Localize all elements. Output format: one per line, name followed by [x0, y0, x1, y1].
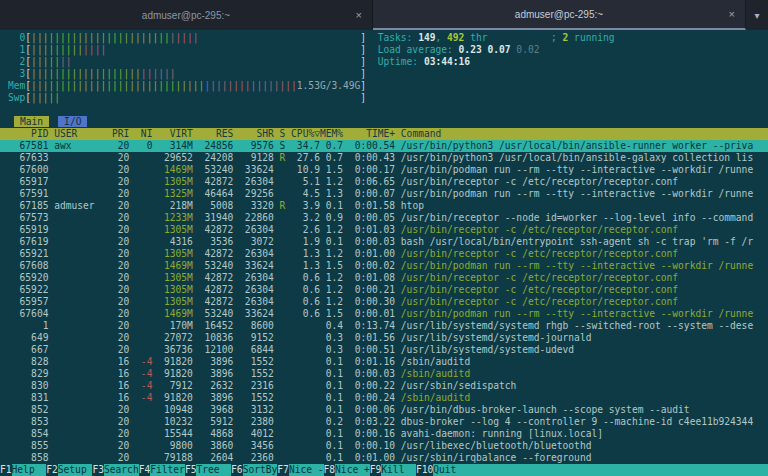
fkey-label-help[interactable]: Help — [12, 464, 47, 476]
cell-mem: 1.3 — [320, 188, 349, 199]
cell-cmd: avahi-daemon: running [linux.local] — [401, 428, 603, 439]
fkey-f7[interactable]: F7 — [277, 464, 289, 476]
cell-mem: 0.1 — [320, 440, 349, 451]
terminal-tab-1[interactable]: admuser@pc-295:~ × — [0, 0, 373, 30]
tab-main[interactable]: Main — [14, 116, 49, 127]
terminal-tab-2[interactable]: admuser@pc-295:~ × — [373, 0, 746, 30]
cell-pri: 20 — [112, 440, 135, 451]
process-row[interactable]: 852 20 10948 3968 3132 0.1 0:00.06 /usr/… — [0, 404, 768, 416]
fkey-f8[interactable]: F8 — [324, 464, 336, 476]
process-row[interactable]: 67591 20 1325M 46464 29256 4.5 1.3 0:00.… — [0, 188, 768, 200]
cell-virt: 15544 — [158, 428, 198, 439]
process-row[interactable]: 855 20 9800 3860 3456 0.1 0:00.10 /usr/l… — [0, 440, 768, 452]
process-row[interactable]: 65957 20 1305M 42872 26304 0.6 1.2 0:00.… — [0, 296, 768, 308]
process-row[interactable]: 828 16 -4 91820 3896 1552 0.1 0:01.16 /s… — [0, 356, 768, 368]
stats-text: Load average: — [378, 44, 459, 55]
fkey-f3[interactable]: F3 — [92, 464, 104, 476]
process-row[interactable]: 65920 20 1305M 42872 26304 0.6 1.2 0:01.… — [0, 272, 768, 284]
cell-res: 42872 — [199, 248, 239, 259]
process-row[interactable]: 831 16 -4 91820 3896 1552 0.1 0:00.24 /s… — [0, 392, 768, 404]
meter-label: 0 — [8, 32, 25, 43]
cell-s — [280, 380, 292, 391]
cell-user — [54, 284, 112, 295]
process-row[interactable]: 853 20 10232 5912 2380 0.2 0:03.22 dbus-… — [0, 416, 768, 428]
fkey-f9[interactable]: F9 — [370, 464, 382, 476]
cell-pri: 20 — [112, 176, 135, 187]
fkey-label-nice[interactable]: Nice + — [335, 464, 370, 476]
process-row[interactable]: 667 20 36736 12100 6844 0.3 0:00.51 /usr… — [0, 344, 768, 356]
fkey-label-sortby[interactable]: SortBy — [243, 464, 278, 476]
fkey-f1[interactable]: F1 — [0, 464, 12, 476]
process-row[interactable]: 67604 20 1469M 53240 33624 0.6 1.5 0:00.… — [0, 308, 768, 320]
cell-s — [280, 392, 292, 403]
cell-virt: 170M — [158, 320, 198, 331]
cell-time: 0:00.22 — [349, 380, 401, 391]
process-list: 67581 awx 20 0 314M 24856 9576 S 34.7 0.… — [8, 140, 768, 464]
process-row[interactable]: 65922 20 1305M 42872 26304 0.6 1.2 0:00.… — [0, 284, 768, 296]
process-row[interactable]: 67581 awx 20 0 314M 24856 9576 S 34.7 0.… — [0, 140, 768, 152]
fkey-label-tree[interactable]: Tree — [196, 464, 231, 476]
fkey-f2[interactable]: F2 — [46, 464, 58, 476]
fkey-f6[interactable]: F6 — [231, 464, 243, 476]
cell-cpu: 0.6 — [291, 272, 320, 283]
cell-user — [54, 380, 112, 391]
process-row[interactable]: 67608 20 1469M 53240 33624 1.3 1.5 0:00.… — [0, 260, 768, 272]
fkey-label-filter[interactable]: Filter — [150, 464, 185, 476]
process-row[interactable]: 67633 20 29652 24208 9128 R 27.6 0.7 0:0… — [0, 152, 768, 164]
cell-pid: 828 — [8, 356, 54, 367]
process-row[interactable]: 858 20 79188 2604 2360 0.1 0:01.00 /usr/… — [0, 452, 768, 464]
process-row[interactable]: 67573 20 1233M 31940 22860 3.2 0.9 0:00.… — [0, 212, 768, 224]
cell-s — [280, 404, 292, 415]
process-row[interactable]: 649 20 27072 10836 9152 0.3 0:01.56 /usr… — [0, 332, 768, 344]
fkey-f4[interactable]: F4 — [139, 464, 151, 476]
fkey-label-search[interactable]: Search — [104, 464, 139, 476]
tab-io[interactable]: I/O — [58, 116, 87, 127]
process-row[interactable]: 854 20 15544 4868 4012 0.1 0:00.16 avahi… — [0, 428, 768, 440]
fkey-label-quit[interactable]: Quit — [433, 464, 468, 476]
close-icon[interactable]: × — [729, 8, 735, 20]
cell-res: 42872 — [199, 296, 239, 307]
process-row[interactable]: 67600 20 1469M 53240 33624 10.9 1.5 0:00… — [0, 164, 768, 176]
process-row[interactable]: 829 16 -4 91820 3896 1552 0.1 0:00.03 /s… — [0, 368, 768, 380]
fkey-label-setup[interactable]: Setup — [58, 464, 93, 476]
meter-label: 3 — [8, 68, 25, 79]
cell-user: admuser — [54, 200, 112, 211]
cell-cmd: /usr/lib/systemd/systemd rhgb --switched… — [401, 320, 753, 331]
process-row[interactable]: 67185 admuser 20 218M 5008 3320 R 3.9 0.… — [0, 200, 768, 212]
stats-text: thr — [464, 32, 487, 43]
cell-cmd: /usr/sbin/sedispatch — [401, 380, 517, 391]
cell-ni — [135, 440, 158, 451]
cell-res: 24208 — [199, 152, 239, 163]
process-row[interactable]: 67619 20 4316 3536 3072 1.9 0.1 0:00.03 … — [0, 236, 768, 248]
process-row[interactable]: 65917 20 1305M 42872 26304 5.1 1.2 0:06.… — [0, 176, 768, 188]
column-header-row[interactable]: PID USER PRI NI VIRT RES SHR S CPU%▽MEM%… — [0, 128, 768, 140]
cell-shr: 26304 — [239, 176, 279, 187]
process-row[interactable]: 830 16 -4 7912 2632 2316 0.1 0:00.22 /us… — [0, 380, 768, 392]
cell-virt: 1469M — [158, 308, 198, 319]
fkey-f10[interactable]: F10 — [416, 464, 433, 476]
cell-pid: 830 — [8, 380, 54, 391]
process-row[interactable]: 65921 20 1305M 42872 26304 1.3 1.2 0:01.… — [0, 248, 768, 260]
process-row[interactable]: 65919 20 1305M 42872 26304 2.6 1.2 0:01.… — [0, 224, 768, 236]
stats-text: Tasks: — [378, 32, 418, 43]
cell-mem: 0.1 — [320, 380, 349, 391]
cell-cpu: 3.9 — [291, 200, 320, 211]
cell-ni: -4 — [135, 392, 158, 403]
fkey-label-kill[interactable]: Kill — [381, 464, 416, 476]
cell-time: 0:00.51 — [349, 344, 401, 355]
cell-user — [54, 296, 112, 307]
fkey-f5[interactable]: F5 — [185, 464, 197, 476]
cell-ni — [135, 260, 158, 271]
fkey-label-nice[interactable]: Nice - — [289, 464, 324, 476]
cell-pid: 65921 — [8, 248, 54, 259]
cell-virt: 1305M — [158, 272, 198, 283]
cell-res: 4868 — [199, 428, 239, 439]
chevron-down-icon[interactable]: ▾ — [746, 0, 768, 30]
cell-ni — [135, 164, 158, 175]
cell-pri: 16 — [112, 392, 135, 403]
close-icon[interactable]: × — [356, 9, 362, 21]
cell-res: 5912 — [199, 416, 239, 427]
process-row[interactable]: 1 20 170M 16452 8600 0.4 0:13.74 /usr/li… — [0, 320, 768, 332]
cell-shr: 33624 — [239, 260, 279, 271]
meter-label: Mem — [8, 80, 25, 91]
